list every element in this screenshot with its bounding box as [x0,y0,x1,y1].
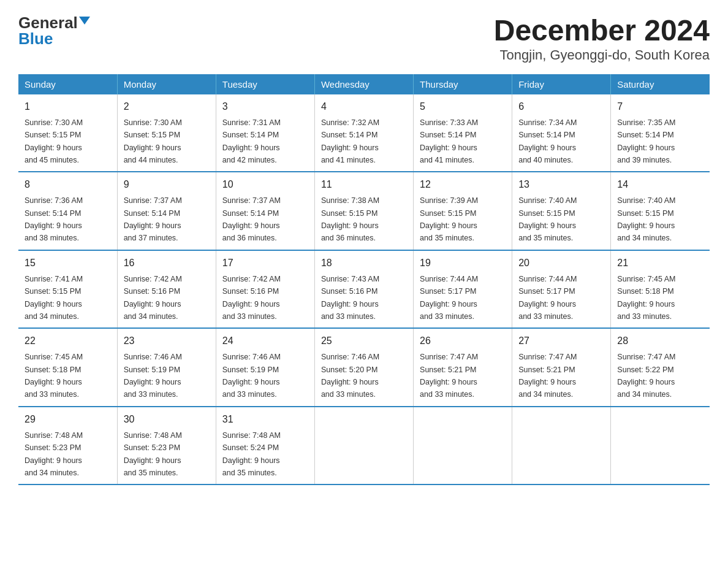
calendar-table: SundayMondayTuesdayWednesdayThursdayFrid… [18,74,710,486]
day-info: Sunrise: 7:48 AM Sunset: 5:23 PM Dayligh… [124,431,182,477]
day-number: 8 [25,177,111,192]
day-info: Sunrise: 7:36 AM Sunset: 5:14 PM Dayligh… [25,196,83,242]
calendar-cell: 27 Sunrise: 7:47 AM Sunset: 5:21 PM Dayl… [512,328,611,407]
day-info: Sunrise: 7:46 AM Sunset: 5:20 PM Dayligh… [321,353,379,399]
logo-blue-text: Blue [18,31,53,47]
day-info: Sunrise: 7:48 AM Sunset: 5:24 PM Dayligh… [222,431,281,477]
day-number: 9 [124,177,210,192]
day-number: 10 [222,177,308,192]
logo: General Blue [18,15,90,47]
logo-triangle-icon [79,17,90,25]
day-number: 19 [420,256,506,270]
day-number: 2 [124,99,210,114]
calendar-cell: 4 Sunrise: 7:32 AM Sunset: 5:14 PM Dayli… [314,94,413,172]
calendar-cell: 29 Sunrise: 7:48 AM Sunset: 5:23 PM Dayl… [18,407,117,485]
calendar-cell: 19 Sunrise: 7:44 AM Sunset: 5:17 PM Dayl… [414,250,512,329]
day-info: Sunrise: 7:35 AM Sunset: 5:14 PM Dayligh… [617,118,675,164]
calendar-header-friday: Friday [512,74,611,94]
calendar-header-saturday: Saturday [611,74,710,94]
calendar-cell: 28 Sunrise: 7:47 AM Sunset: 5:22 PM Dayl… [611,328,710,407]
day-number: 28 [617,334,703,348]
day-number: 17 [222,256,308,270]
day-number: 29 [25,412,111,427]
day-number: 4 [321,99,407,114]
calendar-cell: 15 Sunrise: 7:41 AM Sunset: 5:15 PM Dayl… [18,250,117,329]
day-info: Sunrise: 7:42 AM Sunset: 5:16 PM Dayligh… [222,275,281,321]
calendar-cell: 26 Sunrise: 7:47 AM Sunset: 5:21 PM Dayl… [414,328,512,407]
calendar-cell [512,407,611,485]
day-info: Sunrise: 7:33 AM Sunset: 5:14 PM Dayligh… [420,118,478,164]
calendar-header-sunday: Sunday [18,74,117,94]
day-number: 21 [617,256,703,270]
calendar-cell [611,407,710,485]
day-info: Sunrise: 7:44 AM Sunset: 5:17 PM Dayligh… [518,275,577,321]
calendar-header-row: SundayMondayTuesdayWednesdayThursdayFrid… [18,74,710,94]
day-info: Sunrise: 7:45 AM Sunset: 5:18 PM Dayligh… [25,353,83,399]
day-info: Sunrise: 7:32 AM Sunset: 5:14 PM Dayligh… [321,118,379,164]
calendar-cell: 21 Sunrise: 7:45 AM Sunset: 5:18 PM Dayl… [611,250,710,329]
calendar-header-monday: Monday [117,74,216,94]
calendar-week-3: 15 Sunrise: 7:41 AM Sunset: 5:15 PM Dayl… [18,250,710,329]
day-number: 5 [420,99,506,114]
day-number: 16 [124,256,210,270]
day-number: 18 [321,256,407,270]
day-number: 15 [25,256,111,270]
day-number: 1 [25,99,111,114]
page-title: December 2024 [494,15,710,47]
calendar-cell: 31 Sunrise: 7:48 AM Sunset: 5:24 PM Dayl… [216,407,314,485]
calendar-cell: 20 Sunrise: 7:44 AM Sunset: 5:17 PM Dayl… [512,250,611,329]
day-number: 26 [420,334,506,348]
calendar-cell: 14 Sunrise: 7:40 AM Sunset: 5:15 PM Dayl… [611,172,710,250]
day-info: Sunrise: 7:30 AM Sunset: 5:15 PM Dayligh… [124,118,182,164]
calendar-cell: 8 Sunrise: 7:36 AM Sunset: 5:14 PM Dayli… [18,172,117,250]
page-subtitle: Tongjin, Gyeonggi-do, South Korea [494,47,710,63]
day-info: Sunrise: 7:39 AM Sunset: 5:15 PM Dayligh… [420,196,478,242]
day-number: 7 [617,99,703,114]
calendar-cell: 6 Sunrise: 7:34 AM Sunset: 5:14 PM Dayli… [512,94,611,172]
calendar-header-wednesday: Wednesday [314,74,413,94]
day-number: 13 [518,177,604,192]
day-number: 30 [124,412,210,427]
day-number: 11 [321,177,407,192]
calendar-cell [314,407,413,485]
day-number: 6 [518,99,604,114]
calendar-header-thursday: Thursday [414,74,512,94]
day-info: Sunrise: 7:46 AM Sunset: 5:19 PM Dayligh… [222,353,281,399]
calendar-cell: 7 Sunrise: 7:35 AM Sunset: 5:14 PM Dayli… [611,94,710,172]
calendar-cell: 16 Sunrise: 7:42 AM Sunset: 5:16 PM Dayl… [117,250,216,329]
day-info: Sunrise: 7:37 AM Sunset: 5:14 PM Dayligh… [222,196,281,242]
calendar-cell: 22 Sunrise: 7:45 AM Sunset: 5:18 PM Dayl… [18,328,117,407]
calendar-cell: 9 Sunrise: 7:37 AM Sunset: 5:14 PM Dayli… [117,172,216,250]
day-info: Sunrise: 7:41 AM Sunset: 5:15 PM Dayligh… [25,275,83,321]
page-header: General Blue December 2024 Tongjin, Gyeo… [18,15,710,63]
calendar-cell: 18 Sunrise: 7:43 AM Sunset: 5:16 PM Dayl… [314,250,413,329]
day-info: Sunrise: 7:43 AM Sunset: 5:16 PM Dayligh… [321,275,379,321]
day-info: Sunrise: 7:47 AM Sunset: 5:21 PM Dayligh… [420,353,478,399]
calendar-cell: 3 Sunrise: 7:31 AM Sunset: 5:14 PM Dayli… [216,94,314,172]
day-info: Sunrise: 7:40 AM Sunset: 5:15 PM Dayligh… [617,196,675,242]
day-info: Sunrise: 7:46 AM Sunset: 5:19 PM Dayligh… [124,353,182,399]
calendar-cell: 25 Sunrise: 7:46 AM Sunset: 5:20 PM Dayl… [314,328,413,407]
day-info: Sunrise: 7:47 AM Sunset: 5:21 PM Dayligh… [518,353,577,399]
day-number: 25 [321,334,407,348]
day-number: 31 [222,412,308,427]
day-info: Sunrise: 7:38 AM Sunset: 5:15 PM Dayligh… [321,196,379,242]
day-number: 23 [124,334,210,348]
day-info: Sunrise: 7:30 AM Sunset: 5:15 PM Dayligh… [25,118,83,164]
calendar-header-tuesday: Tuesday [216,74,314,94]
day-info: Sunrise: 7:34 AM Sunset: 5:14 PM Dayligh… [518,118,577,164]
day-number: 12 [420,177,506,192]
day-info: Sunrise: 7:47 AM Sunset: 5:22 PM Dayligh… [617,353,675,399]
calendar-cell: 2 Sunrise: 7:30 AM Sunset: 5:15 PM Dayli… [117,94,216,172]
calendar-cell: 1 Sunrise: 7:30 AM Sunset: 5:15 PM Dayli… [18,94,117,172]
day-info: Sunrise: 7:45 AM Sunset: 5:18 PM Dayligh… [617,275,675,321]
calendar-cell: 5 Sunrise: 7:33 AM Sunset: 5:14 PM Dayli… [414,94,512,172]
day-info: Sunrise: 7:31 AM Sunset: 5:14 PM Dayligh… [222,118,281,164]
calendar-cell: 10 Sunrise: 7:37 AM Sunset: 5:14 PM Dayl… [216,172,314,250]
day-number: 27 [518,334,604,348]
calendar-cell: 24 Sunrise: 7:46 AM Sunset: 5:19 PM Dayl… [216,328,314,407]
title-block: December 2024 Tongjin, Gyeonggi-do, Sout… [494,15,710,63]
calendar-week-4: 22 Sunrise: 7:45 AM Sunset: 5:18 PM Dayl… [18,328,710,407]
calendar-week-5: 29 Sunrise: 7:48 AM Sunset: 5:23 PM Dayl… [18,407,710,485]
day-info: Sunrise: 7:42 AM Sunset: 5:16 PM Dayligh… [124,275,182,321]
